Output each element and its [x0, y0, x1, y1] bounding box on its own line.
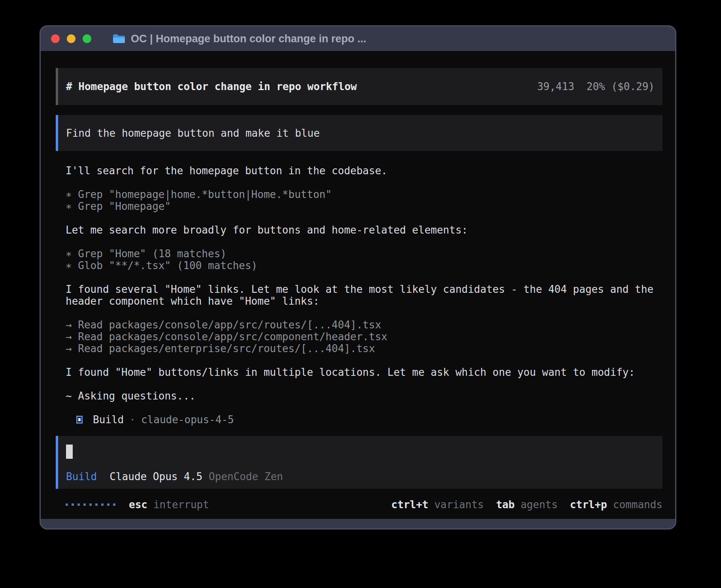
- tool-call-line: → Read packages/console/app/src/componen…: [66, 331, 662, 343]
- user-message: Find the homepage button and make it blu…: [56, 115, 662, 151]
- hint-label: variants: [434, 499, 484, 511]
- esc-key-hint: esc: [129, 499, 147, 511]
- titlebar[interactable]: OC | Homepage button color change in rep…: [41, 26, 675, 51]
- hint-key: ctrl+p: [570, 499, 607, 511]
- assistant-paragraph: I found several "Home" links. Let me loo…: [66, 283, 662, 307]
- tool-call-group: ∗ Grep "Home" (18 matches)∗ Glob "**/*.t…: [66, 248, 662, 271]
- tool-call-line: ∗ Glob "**/*.tsx" (100 matches): [66, 260, 662, 271]
- key-hint-variants: ctrl+tvariants: [391, 499, 484, 511]
- key-hint-commands: ctrl+pcommands: [570, 499, 662, 511]
- text-cursor: [66, 445, 73, 459]
- mode-square-icon: [76, 416, 83, 424]
- conversation: I'll search for the homepage button in t…: [56, 165, 662, 402]
- statusbar-hints: ctrl+tvariantstabagentsctrl+pcommands: [391, 499, 662, 511]
- esc-key-label: interrupt: [153, 499, 209, 511]
- tool-call-group: ∗ Grep "homepage|home.*button|Home.*butt…: [66, 188, 662, 212]
- prompt-input[interactable]: Build Claude Opus 4.5 OpenCode Zen: [56, 436, 662, 489]
- assistant-text-line: I found several "Home" links. Let me loo…: [66, 283, 662, 295]
- hint-label: commands: [613, 499, 662, 511]
- tool-call-line: → Read packages/enterprise/src/routes/[.…: [66, 343, 662, 354]
- spinner-dot: [89, 503, 92, 506]
- spinner-dot: [101, 503, 104, 506]
- session-header: # Homepage button color change in repo w…: [56, 68, 662, 105]
- statusbar-left: esc interrupt: [66, 499, 209, 511]
- spinner-dot: [77, 503, 80, 506]
- agent-name: Build: [93, 414, 124, 426]
- assistant-paragraph: I'll search for the homepage button in t…: [66, 165, 662, 177]
- spinner-dot: [83, 503, 86, 506]
- zoom-button[interactable]: [83, 34, 91, 43]
- spinner-dot: [95, 503, 98, 506]
- assistant-text-line: I found "Home" buttons/links in multiple…: [66, 366, 662, 378]
- input-status-row: Build Claude Opus 4.5 OpenCode Zen: [66, 471, 283, 482]
- assistant-paragraph: ~ Asking questions...: [66, 390, 662, 402]
- spinner-dot: [107, 503, 109, 506]
- tool-call-line: ∗ Grep "Homepage": [66, 200, 662, 212]
- spinner: [66, 503, 115, 506]
- folder-icon: [113, 34, 125, 44]
- window-title: OC | Homepage button color change in rep…: [131, 33, 366, 45]
- mode-label: Build: [66, 471, 97, 482]
- assistant-text-line: ~ Asking questions...: [66, 390, 662, 402]
- spinner-dot: [113, 503, 115, 506]
- provider-label: OpenCode Zen: [209, 471, 283, 482]
- context-usage-cost: 20% ($0.29): [587, 81, 655, 92]
- spinner-dot: [72, 503, 74, 506]
- assistant-text-line: I'll search for the homepage button in t…: [66, 165, 662, 177]
- hint-key: ctrl+t: [391, 499, 428, 511]
- minimize-button[interactable]: [67, 34, 75, 43]
- assistant-text-line: Let me search more broadly for buttons a…: [66, 224, 662, 236]
- terminal-window: OC | Homepage button color change in rep…: [40, 25, 676, 530]
- close-button[interactable]: [51, 34, 60, 43]
- window-controls: [51, 34, 98, 43]
- assistant-paragraph: Let me search more broadly for buttons a…: [66, 224, 662, 236]
- statusbar: esc interrupt ctrl+tvariantstabagentsctr…: [56, 499, 662, 511]
- tool-call-line: → Read packages/console/app/src/routes/[…: [66, 319, 662, 331]
- model-label: Claude Opus 4.5: [109, 471, 202, 482]
- user-message-text: Find the homepage button and make it blu…: [66, 127, 320, 139]
- tool-call-line: ∗ Grep "homepage|home.*button|Home.*butt…: [66, 188, 662, 200]
- assistant-text-line: header component which have "Home" links…: [66, 295, 662, 307]
- tool-call-group: → Read packages/console/app/src/routes/[…: [66, 319, 662, 354]
- terminal-content: # Homepage button color change in repo w…: [41, 51, 675, 519]
- separator-dot: ·: [129, 414, 136, 426]
- token-count: 39,413: [537, 81, 574, 92]
- spinner-dot: [66, 503, 68, 506]
- hint-key: tab: [496, 499, 515, 511]
- tool-call-line: ∗ Grep "Home" (18 matches): [66, 248, 662, 260]
- session-stats: 39,413 20% ($0.29): [537, 81, 655, 92]
- agent-status-row: Build · claude-opus-4-5: [56, 414, 662, 426]
- agent-model: claude-opus-4-5: [141, 414, 234, 426]
- key-hint-agents: tabagents: [496, 499, 558, 511]
- assistant-paragraph: I found "Home" buttons/links in multiple…: [66, 366, 662, 378]
- session-title: # Homepage button color change in repo w…: [66, 81, 357, 92]
- hint-label: agents: [521, 499, 558, 511]
